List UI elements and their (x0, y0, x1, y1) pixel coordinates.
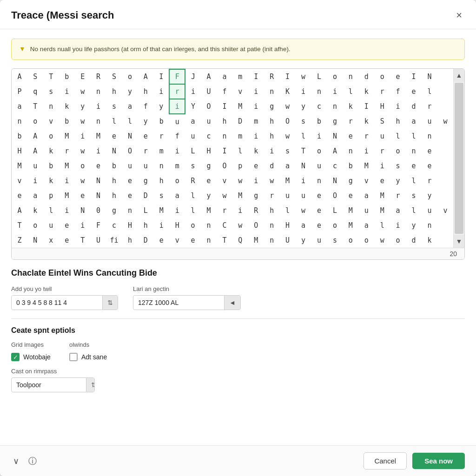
grid-cell: 0 (91, 203, 106, 218)
grid-cell: h (390, 114, 406, 129)
grid-cell: n (43, 99, 59, 114)
grid-cell: k (343, 99, 358, 114)
grid-cell: g (264, 99, 280, 114)
lari-arrow-button[interactable]: ◄ (224, 296, 240, 310)
grid-cell: w (75, 114, 91, 129)
grid-cell: u (374, 129, 390, 144)
grid-cell: fi (106, 233, 122, 248)
add-input[interactable] (12, 296, 102, 310)
grid-cell: Q (232, 233, 248, 248)
cancel-button[interactable]: Cancel (364, 452, 407, 469)
grid-cell: T (296, 144, 311, 159)
grid-cell: M (91, 129, 106, 144)
grid-cell: w (217, 188, 232, 203)
grid-cell: n (91, 84, 106, 99)
grid-cell: e (59, 233, 75, 248)
grid-cell: a (296, 218, 311, 233)
grid-cell: i (153, 218, 169, 233)
letter-grid: ASTbERSoAIFJAamIRIwLondoeINPqsiwnhyhiriU… (12, 69, 453, 248)
grid-cell: l (374, 218, 390, 233)
lari-input[interactable] (133, 296, 224, 310)
grid-cell: b (59, 114, 75, 129)
grid-cell: M (59, 159, 75, 173)
grid-cell: n (12, 114, 27, 129)
cast-arrow-button[interactable]: ⇅ (86, 378, 95, 392)
grid-images-group: Grid images ✓ Wotobaje (11, 341, 51, 361)
grid-cell: U (201, 84, 217, 99)
grid-cell: h (153, 173, 169, 188)
grid-cell: e (343, 188, 358, 203)
grid-cell: h (106, 173, 122, 188)
grid-cell: i (91, 99, 106, 114)
grid-cell: h (122, 233, 138, 248)
grid-cell: k (43, 173, 59, 188)
grid-cell: d (264, 159, 280, 173)
grid-cell: o (358, 233, 374, 248)
grid-cell: I (358, 99, 374, 114)
grid-cell: v (217, 173, 232, 188)
scroll-down-button[interactable]: ▼ (454, 235, 464, 248)
grid-cell: i (59, 203, 75, 218)
grid-cell: K (280, 84, 296, 99)
grid-cell: k (27, 203, 43, 218)
grid-cell: i (75, 218, 91, 233)
grid-cell: s (390, 159, 406, 173)
footer-info-button[interactable]: ⓘ (26, 454, 39, 469)
grid-cell: n (311, 84, 327, 99)
grid-cell: h (264, 114, 280, 129)
grid-images-checkbox[interactable]: ✓ (11, 353, 20, 361)
grid-cell: l (232, 144, 248, 159)
grid-cell: i (185, 84, 201, 99)
grid-cell: d (406, 99, 422, 114)
grid-cell: h (264, 129, 280, 144)
grid-cell: k (358, 114, 374, 129)
grid-cell: e (185, 233, 201, 248)
grid-cell: M (153, 203, 169, 218)
grid-cell: i (59, 84, 75, 99)
grid-cell: i (232, 203, 248, 218)
sea-now-button[interactable]: Sea now (412, 453, 465, 469)
grid-cell: o (390, 144, 406, 159)
grid-cell: u (27, 159, 43, 173)
grid-cell: m (248, 114, 264, 129)
grid-cell: E (75, 69, 91, 84)
grid-cell: M (358, 159, 374, 173)
grid-cell: a (217, 69, 232, 84)
grid-cell: y (138, 114, 153, 129)
grid-cell: w (75, 84, 91, 99)
grid-cell: i (390, 218, 406, 233)
grid-cell: v (43, 114, 59, 129)
grid-cell: u (185, 129, 201, 144)
add-arrow-button[interactable]: ⇅ (102, 296, 118, 310)
scroll-up-button[interactable]: ▲ (454, 69, 464, 82)
cast-input[interactable] (12, 378, 86, 392)
grid-cell: s (153, 188, 169, 203)
grid-cell: A (201, 69, 217, 84)
grid-cell: r (59, 144, 75, 159)
grid-cell: v (12, 173, 27, 188)
grid-cell: i (75, 129, 91, 144)
grid-cell: w (437, 114, 453, 129)
grid-cell: f (169, 129, 185, 144)
grid-cell: e (311, 218, 327, 233)
grid-cell: i (327, 84, 343, 99)
grid-cell: k (248, 144, 264, 159)
olwinds-checkbox[interactable] (69, 353, 78, 361)
grid-cell: i (169, 99, 185, 114)
grid-cell: o (327, 218, 343, 233)
grid-cell: e (153, 233, 169, 248)
grid-cell: H (12, 144, 27, 159)
grid-cell: o (43, 129, 59, 144)
grid-cell: f (217, 84, 232, 99)
grid-cell: N (91, 173, 106, 188)
grid-cell: O (217, 159, 232, 173)
grid-cell: k (358, 84, 374, 99)
footer-chevron-button[interactable]: ∨ (11, 454, 21, 468)
grid-cell: i (296, 84, 311, 99)
olwinds-label: olwinds (69, 341, 107, 348)
grid-cell: u (201, 114, 217, 129)
grid-cell: p (43, 188, 59, 203)
grid-cell: y (296, 99, 311, 114)
grid-cell: l (406, 129, 422, 144)
close-button[interactable]: × (453, 8, 465, 22)
